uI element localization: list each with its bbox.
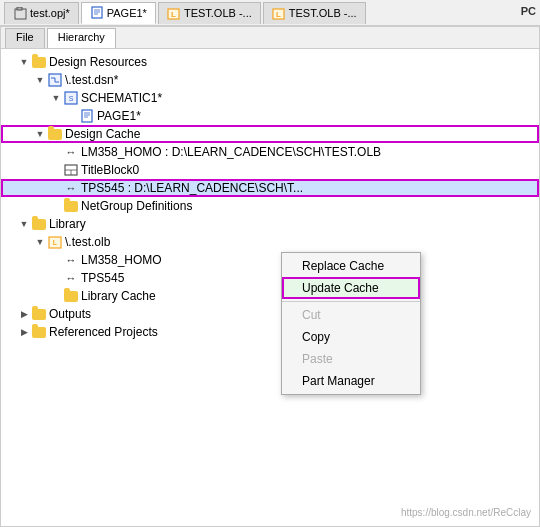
main-area: File Hierarchy ▼ Design Resources ▼ xyxy=(0,26,540,527)
olb-icon-test-olb: L xyxy=(47,234,63,250)
label-library: Library xyxy=(49,217,86,231)
tab-page1[interactable]: PAGE1* xyxy=(81,2,156,24)
titleblock-icon xyxy=(63,162,79,178)
schematic-icon-test-dsn xyxy=(47,72,63,88)
label-titleblock0: TitleBlock0 xyxy=(81,163,139,177)
panel: File Hierarchy ▼ Design Resources ▼ xyxy=(0,26,540,527)
label-design-resources: Design Resources xyxy=(49,55,147,69)
label-schematic1: SCHEMATIC1* xyxy=(81,91,162,105)
tab-olb2[interactable]: L TEST.OLB -... xyxy=(263,2,366,24)
tree-item-lm358-lib[interactable]: ↔ LM358_HOMO xyxy=(1,251,539,269)
project-icon xyxy=(13,6,27,20)
expander-tps545 xyxy=(49,181,63,195)
top-right-label: PC xyxy=(521,5,536,17)
menu-item-part-manager[interactable]: Part Manager xyxy=(282,370,420,392)
tree-item-lm358[interactable]: ↔ LM358_HOMO : D:\LEARN_CADENCE\SCH\TEST… xyxy=(1,143,539,161)
expander-titleblock0 xyxy=(49,163,63,177)
tree-item-netgroup[interactable]: NetGroup Definitions xyxy=(1,197,539,215)
label-tps545-lib: TPS545 xyxy=(81,271,124,285)
tree-item-outputs[interactable]: ▶ Outputs xyxy=(1,305,539,323)
tree-item-library-cache[interactable]: Library Cache xyxy=(1,287,539,305)
expander-netgroup xyxy=(49,199,63,213)
svg-rect-1 xyxy=(17,7,22,10)
folder-icon-referenced xyxy=(31,324,47,340)
folder-icon-design-cache xyxy=(47,126,63,142)
folder-icon-design-resources xyxy=(31,54,47,70)
svg-rect-16 xyxy=(82,110,92,122)
svg-text:L: L xyxy=(171,10,176,19)
tree-item-page1[interactable]: PAGE1* xyxy=(1,107,539,125)
menu-item-replace-cache[interactable]: Replace Cache xyxy=(282,255,420,277)
tree-item-referenced[interactable]: ▶ Referenced Projects xyxy=(1,323,539,341)
label-test-dsn: \.test.dsn* xyxy=(65,73,118,87)
expander-test-olb[interactable]: ▼ xyxy=(33,235,47,249)
expander-tps545-lib xyxy=(49,271,63,285)
tab-project[interactable]: test.opj* xyxy=(4,2,79,24)
page-icon xyxy=(90,6,104,20)
svg-text:S: S xyxy=(69,95,74,102)
label-design-cache: Design Cache xyxy=(65,127,140,141)
expander-page1 xyxy=(65,109,79,123)
title-bar: test.opj* PAGE1* L TEST.OLB -... L xyxy=(0,0,540,26)
expander-test-dsn[interactable]: ▼ xyxy=(33,73,47,87)
expander-lm358 xyxy=(49,145,63,159)
page-icon-page1 xyxy=(79,108,95,124)
expander-library-cache xyxy=(49,289,63,303)
tree-item-design-cache[interactable]: ▼ Design Cache xyxy=(1,125,539,143)
tab-olb1[interactable]: L TEST.OLB -... xyxy=(158,2,261,24)
expander-library[interactable]: ▼ xyxy=(17,217,31,231)
watermark: https://blog.csdn.net/ReCclay xyxy=(401,507,531,518)
label-test-olb: \.test.olb xyxy=(65,235,110,249)
menu-item-copy[interactable]: Copy xyxy=(282,326,420,348)
separator-1 xyxy=(282,301,420,302)
menu-item-paste[interactable]: Paste xyxy=(282,348,420,370)
expander-schematic1[interactable]: ▼ xyxy=(49,91,63,105)
tab-file[interactable]: File xyxy=(5,28,45,48)
svg-text:L: L xyxy=(53,239,58,246)
expander-outputs[interactable]: ▶ xyxy=(17,307,31,321)
tree-item-schematic1[interactable]: ▼ S SCHEMATIC1* xyxy=(1,89,539,107)
label-library-cache: Library Cache xyxy=(81,289,156,303)
expander-design-resources[interactable]: ▼ xyxy=(17,55,31,69)
label-lm358: LM358_HOMO : D:\LEARN_CADENCE\SCH\TEST.O… xyxy=(81,145,381,159)
context-menu: Replace Cache Update Cache Cut Copy Past… xyxy=(281,252,421,395)
folder-icon-outputs xyxy=(31,306,47,322)
olb1-icon: L xyxy=(167,6,181,20)
tab-hierarchy[interactable]: Hierarchy xyxy=(47,28,116,48)
label-referenced: Referenced Projects xyxy=(49,325,158,339)
tree: ▼ Design Resources ▼ \.test.dsn* xyxy=(1,49,539,526)
panel-tabs: File Hierarchy xyxy=(1,27,539,49)
expander-design-cache[interactable]: ▼ xyxy=(33,127,47,141)
menu-item-update-cache[interactable]: Update Cache xyxy=(282,277,420,299)
folder-icon-library-cache xyxy=(63,288,79,304)
part-icon-lm358: ↔ xyxy=(63,144,79,160)
label-lm358-lib: LM358_HOMO xyxy=(81,253,162,267)
svg-text:L: L xyxy=(276,10,281,19)
tree-item-library[interactable]: ▼ Library xyxy=(1,215,539,233)
tree-item-tps545-lib[interactable]: ↔ TPS545 xyxy=(1,269,539,287)
label-tps545: TPS545 : D:\LEARN_CADENCE\SCH\T... xyxy=(81,181,303,195)
part-icon-tps545: ↔ xyxy=(63,180,79,196)
part-icon-lm358-lib: ↔ xyxy=(63,252,79,268)
svg-rect-2 xyxy=(92,7,102,18)
tree-item-titleblock0[interactable]: TitleBlock0 xyxy=(1,161,539,179)
tree-item-design-resources[interactable]: ▼ Design Resources xyxy=(1,53,539,71)
folder-icon-library xyxy=(31,216,47,232)
menu-item-cut[interactable]: Cut xyxy=(282,304,420,326)
label-netgroup: NetGroup Definitions xyxy=(81,199,192,213)
olb2-icon: L xyxy=(272,6,286,20)
tree-item-test-olb[interactable]: ▼ L \.test.olb xyxy=(1,233,539,251)
schematic-icon-schematic1: S xyxy=(63,90,79,106)
label-page1: PAGE1* xyxy=(97,109,141,123)
tree-item-test-dsn[interactable]: ▼ \.test.dsn* xyxy=(1,71,539,89)
part-icon-tps545-lib: ↔ xyxy=(63,270,79,286)
tree-item-tps545[interactable]: ↔ TPS545 : D:\LEARN_CADENCE\SCH\T... xyxy=(1,179,539,197)
expander-lm358-lib xyxy=(49,253,63,267)
folder-icon-netgroup xyxy=(63,198,79,214)
label-outputs: Outputs xyxy=(49,307,91,321)
expander-referenced[interactable]: ▶ xyxy=(17,325,31,339)
